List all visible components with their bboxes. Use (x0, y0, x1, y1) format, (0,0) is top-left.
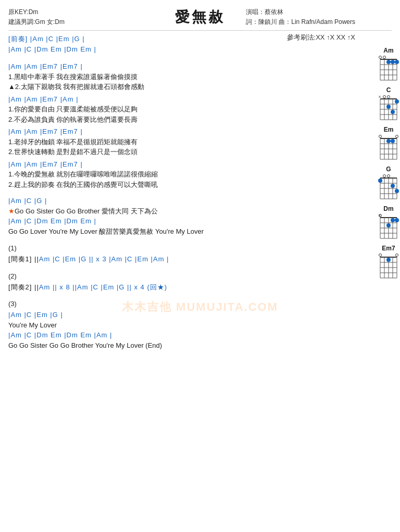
section1-lyric1: 1.黑暗中牽著手 我在搜索誰還躲著偷偷摸摸 (8, 72, 358, 82)
interlude1-chords: Am |C |Em |G || x 3 |Am |C |Em |Am | (39, 255, 169, 263)
end-line1: You're My Lover (8, 320, 358, 331)
interlude2-line: [間奏2] ||Am || x 8 ||Am |C |Em |G || x 4 … (8, 282, 358, 293)
chorus-line2: Go Go Lover You're My Lover 酸甜苦樂真愛無赦 You… (8, 226, 358, 237)
intro-line2: |Am |C |Dm Em |Dm Em | (8, 44, 358, 55)
words-music: 詞：陳鎮川 曲：Lin Rafn/Adam Powers (246, 17, 355, 27)
chorus-line1: ★Go Go Sister Go Go Brother 愛情大同 天下為公 (8, 206, 358, 217)
meta-right: 演唱：蔡依林 詞：陳鎮川 曲：Lin Rafn/Adam Powers (246, 7, 355, 27)
svg-point-14 (395, 60, 399, 64)
meta-left: 原KEY:Dm 建議男調:Gm 女:Dm (8, 7, 65, 27)
section-end: (3) |Am |C |Em |G | You're My Lover |Am … (8, 298, 358, 350)
svg-point-42 (396, 135, 398, 138)
interlude1-bracket: [間奏1] || (8, 255, 39, 263)
section3: |Am |Am |Em7 |Em7 | 1.老掉牙的枷鎖 幸福不是循規蹈矩就能擁… (8, 126, 358, 157)
end-line2: Go Go Sister Go Go Brother You're My Lov… (8, 340, 358, 351)
svg-point-86 (396, 254, 398, 257)
main-content: 參考刷法:XX ↑X XX ↑X [前奏] |Am |C |Em |G | |A… (8, 34, 392, 350)
section1-lyric2: ▲2.太陽下親吻我 我有把握就連石頭都會感動 (8, 82, 358, 92)
interlude2-section: (2) [間奏2] ||Am || x 8 ||Am |C |Em |G || … (8, 271, 358, 293)
interlude1-label: (1) (8, 243, 358, 254)
end-label: (3) (8, 298, 358, 310)
section4: |Am |Am |Em7 |Em7 | 1.今晚的愛無赦 就別在囉哩囉嗦唯唯諾諾… (8, 159, 358, 190)
interlude2-label: (2) (8, 271, 358, 282)
section3-chord-line: |Am |Am |Em7 |Em7 | (8, 126, 358, 137)
section1-chord-line: |Am |Am |Em7 |Em7 | (8, 61, 358, 72)
interlude2-chords: Am || x 8 ||Am |C |Em |G || x 4 (回★) (39, 283, 167, 291)
page-title: 愛無赦 (175, 7, 225, 27)
header: 原KEY:Dm 建議男調:Gm 女:Dm 愛無赦 演唱：蔡依林 詞：陳鎮川 曲：… (8, 7, 392, 27)
section3-lyric1: 1.老掉牙的枷鎖 幸福不是循規蹈矩就能擁有 (8, 137, 358, 147)
svg-point-73 (395, 218, 399, 222)
section3-lyric2: 2.世界快速轉動 是對是錯不過只是一個念頭 (8, 147, 358, 157)
section4-lyric1: 1.今晚的愛無赦 就別在囉哩囉嗦唯唯諾諾很偎縮縮 (8, 169, 358, 180)
interlude1-line: [間奏1] ||Am |C |Em |G || x 3 |Am |C |Em |… (8, 254, 358, 264)
star-icon: ★ (8, 207, 15, 215)
suggested-key: 建議男調:Gm 女:Dm (8, 17, 65, 27)
section2-lyric1: 1.你的愛要自由 只要溫柔能被感受便以足夠 (8, 104, 358, 115)
section2-lyric2: 2.不必為誰負責 你的執著要比他們還要長壽 (8, 115, 358, 125)
original-key: 原KEY:Dm (8, 7, 65, 17)
interlude1-section: (1) [間奏1] ||Am |C |Em |G || x 3 |Am |C |… (8, 243, 358, 264)
section2-chord-line: |Am |Am |Em7 |Am | (8, 94, 358, 105)
section4-chord-line: |Am |Am |Em7 |Em7 | (8, 159, 358, 170)
strum-reference: 參考刷法:XX ↑X XX ↑X (287, 33, 355, 42)
chorus-section: |Am |C |G | ★Go Go Sister Go Go Brother … (8, 196, 358, 236)
chorus-line1-text: Go Go Sister Go Go Brother 愛情大同 天下為公 (15, 207, 158, 215)
end-chord1: |Am |C |Em |G | (8, 310, 358, 320)
interlude2-bracket: [間奏2] || (8, 283, 39, 291)
section2: |Am |Am |Em7 |Am | 1.你的愛要自由 只要溫柔能被感受便以足夠… (8, 94, 358, 125)
svg-point-28 (395, 99, 399, 104)
section4-lyric2: 2.趕上我的節奏 在我的王國你的感覺可以大聲嘶吼 (8, 180, 358, 190)
chorus-chord2: |Am |C |Dm Em |Dm Em | (8, 216, 358, 226)
svg-point-59 (395, 189, 399, 193)
chorus-chord1: |Am |C |G | (8, 196, 358, 206)
artist-label: 演唱：蔡依林 (246, 7, 355, 17)
end-chord2: |Am |C |Dm Em |Dm Em |Am | (8, 330, 358, 340)
page: Am (0, 0, 400, 532)
header-divider (8, 30, 392, 31)
section1: |Am |Am |Em7 |Em7 | 1.黑暗中牽著手 我在搜索誰還躲著偷偷摸… (8, 61, 358, 92)
